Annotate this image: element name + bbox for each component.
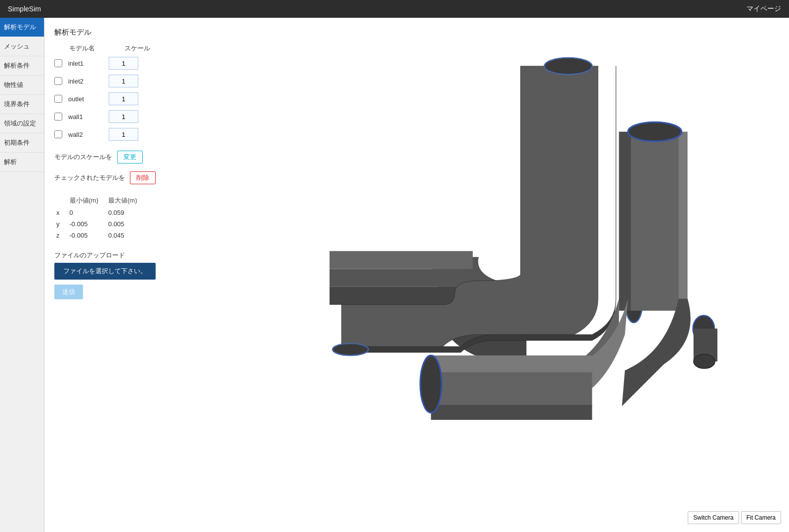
model-row-0: inlet1 (54, 57, 242, 70)
file-select-button[interactable]: ファイルを選択して下さい。 (54, 263, 156, 280)
sidebar-item-3[interactable]: 物性値 (0, 76, 44, 95)
app-title: SimpleSim (8, 5, 41, 13)
model-checkbox-inlet1[interactable] (54, 59, 62, 67)
scale-input-inlet2[interactable] (109, 75, 138, 87)
svg-rect-4 (628, 132, 682, 311)
sidebar-item-1[interactable]: メッシュ (0, 37, 44, 56)
model-checkbox-inlet2[interactable] (54, 77, 62, 85)
coord-max-x: 0.059 (106, 207, 145, 218)
svg-point-11 (420, 356, 442, 413)
svg-rect-9 (431, 356, 592, 372)
sidebar-item-6[interactable]: 初期条件 (0, 133, 44, 153)
sidebar-item-0[interactable]: 解析モデル (0, 18, 44, 37)
model-name-inlet1: inlet1 (68, 60, 103, 67)
coord-table: 最小値(m) 最大値(m) x00.059y-0.0050.005z-0.005… (54, 194, 145, 241)
scale-input-inlet1[interactable] (109, 57, 138, 70)
model-name-outlet: outlet (68, 95, 103, 103)
camera-buttons: Switch Camera Fit Camera (688, 511, 781, 524)
coord-section: 最小値(m) 最大値(m) x00.059y-0.0050.005z-0.005… (54, 194, 242, 241)
coord-min-x: 0 (68, 207, 107, 218)
pipe-viewport (252, 18, 789, 532)
model-table: モデル名 スケール inlet1inlet2outletwall1wall2 (54, 44, 242, 141)
sidebar: 解析モデルメッシュ解析条件物性値境界条件領域の設定初期条件解析 (0, 18, 44, 532)
scale-action-row: モデルのスケールを 変更 (54, 151, 242, 164)
svg-rect-10 (431, 405, 592, 420)
coord-min-z: -0.005 (68, 230, 107, 241)
delete-action-row: チェックされたモデルを 削除 (54, 171, 242, 184)
scale-input-outlet[interactable] (109, 92, 138, 105)
sidebar-item-2[interactable]: 解析条件 (0, 56, 44, 76)
model-checkbox-outlet[interactable] (54, 95, 62, 103)
scale-input-wall1[interactable] (109, 110, 138, 123)
submit-button[interactable]: 送信 (54, 285, 83, 299)
coord-axis-x: x (54, 207, 68, 218)
svg-point-2 (332, 343, 368, 355)
coord-row-y: y-0.0050.005 (54, 218, 145, 230)
model-row-3: wall1 (54, 110, 242, 123)
upload-label: ファイルのアップロード (54, 251, 242, 260)
model-name-wall1: wall1 (68, 113, 103, 121)
coord-min-y: -0.005 (68, 218, 107, 230)
coord-max-header: 最大値(m) (106, 194, 145, 207)
section-title: 解析モデル (54, 28, 242, 37)
my-page-link[interactable]: マイページ (747, 4, 781, 13)
col-model-name: モデル名 (69, 44, 95, 53)
switch-camera-button[interactable]: Switch Camera (688, 511, 739, 524)
model-name-inlet2: inlet2 (68, 78, 103, 85)
left-panel: 解析モデル モデル名 スケール inlet1inlet2outletwall1w… (44, 18, 252, 532)
model-row-4: wall2 (54, 128, 242, 141)
coord-axis-header (54, 194, 68, 207)
delete-action-label: チェックされたモデルを (54, 173, 125, 182)
fit-camera-button[interactable]: Fit Camera (741, 511, 781, 524)
svg-rect-6 (679, 132, 688, 311)
svg-point-1 (544, 58, 592, 75)
delete-button[interactable]: 削除 (130, 171, 156, 184)
coord-axis-y: y (54, 218, 68, 230)
upload-section: ファイルのアップロード ファイルを選択して下さい。 送信 (54, 251, 242, 299)
svg-rect-5 (619, 132, 631, 311)
coord-max-y: 0.005 (106, 218, 145, 230)
model-rows-container: inlet1inlet2outletwall1wall2 (54, 57, 242, 141)
coord-row-x: x00.059 (54, 207, 145, 218)
scale-update-button[interactable]: 変更 (117, 151, 143, 164)
model-checkbox-wall2[interactable] (54, 130, 62, 138)
model-row-1: inlet2 (54, 75, 242, 87)
scale-action-label: モデルのスケールを (54, 153, 112, 162)
model-checkbox-wall1[interactable] (54, 113, 62, 121)
model-name-wall2: wall2 (68, 131, 103, 138)
sidebar-item-5[interactable]: 領域の設定 (0, 114, 44, 133)
coord-axis-z: z (54, 230, 68, 241)
coord-min-header: 最小値(m) (68, 194, 107, 207)
scale-input-wall2[interactable] (109, 128, 138, 141)
coord-row-z: z-0.0050.045 (54, 230, 145, 241)
sidebar-item-7[interactable]: 解析 (0, 153, 44, 172)
sidebar-item-4[interactable]: 境界条件 (0, 95, 44, 114)
model-table-header: モデル名 スケール (54, 44, 242, 53)
svg-point-7 (628, 122, 682, 141)
viewport: Switch Camera Fit Camera (252, 18, 789, 532)
svg-rect-8 (431, 370, 592, 406)
coord-max-z: 0.045 (106, 230, 145, 241)
svg-point-14 (694, 354, 715, 368)
col-scale: スケール (125, 44, 150, 53)
model-row-2: outlet (54, 92, 242, 105)
